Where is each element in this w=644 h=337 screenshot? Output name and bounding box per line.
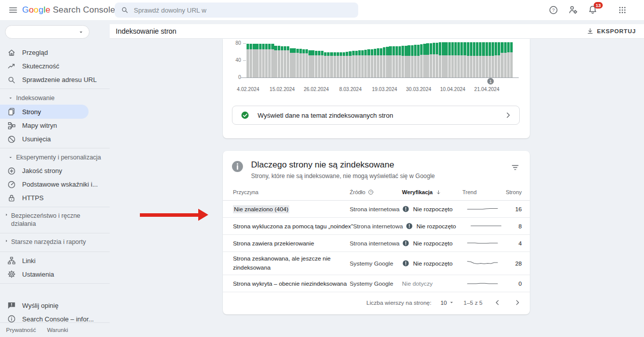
- filter-button[interactable]: [509, 161, 522, 174]
- export-button[interactable]: EKSPORTUJ: [583, 26, 639, 36]
- column-header-strony[interactable]: Strony: [503, 189, 522, 195]
- sidebar-item-strony[interactable]: Strony: [0, 105, 89, 119]
- chart-bar: [486, 39, 488, 77]
- chevron-down-icon: [78, 29, 84, 35]
- chart-bar: [498, 39, 500, 77]
- chart-bar: [507, 39, 510, 77]
- previous-page-button[interactable]: [492, 297, 503, 308]
- y-axis-tick: [243, 60, 246, 61]
- next-page-button[interactable]: [512, 297, 523, 308]
- source-cell: Systemy Google: [350, 280, 402, 287]
- chart-bar: [284, 39, 286, 77]
- chart-bar: [492, 39, 494, 77]
- sidebar-item-podstawowe-wska-niki-i[interactable]: Podstawowe wskaźniki i...: [0, 178, 89, 191]
- chart-bar: [299, 39, 302, 77]
- table-row[interactable]: Nie znaleziono (404)Strona internetowaNi…: [223, 201, 530, 218]
- table-row[interactable]: Strona zawiera przekierowanieStrona inte…: [223, 235, 530, 252]
- column-header-trend[interactable]: Trend: [462, 189, 503, 195]
- banner-text: Wyświetl dane na temat zindeksowanych st…: [258, 112, 504, 119]
- chart-bar: [430, 39, 432, 77]
- rows-per-page-select[interactable]: 10: [440, 300, 454, 306]
- chart-bar: [495, 39, 497, 77]
- help-button[interactable]: ?: [547, 4, 560, 17]
- sidebar-item-wy-lij-opini[interactable]: Wyślij opinię: [0, 299, 89, 312]
- chart-bar: [467, 39, 469, 77]
- chart-bar: [278, 39, 280, 77]
- logo-suffix: Search Console: [53, 5, 115, 15]
- url-inspect-searchbar[interactable]: [115, 3, 358, 18]
- sidebar-item-ustawienia[interactable]: Ustawienia: [0, 268, 89, 281]
- column-label: Strony: [506, 189, 522, 195]
- settings-icon: [7, 270, 16, 279]
- timeline-marker[interactable]: 1: [488, 78, 494, 85]
- links-icon: [7, 256, 16, 265]
- notifications-button[interactable]: 13: [586, 4, 599, 17]
- account-settings-button[interactable]: [567, 4, 580, 17]
- filter-icon: [511, 163, 520, 172]
- sidebar-item-label: Usunięcia: [22, 135, 51, 143]
- pages-count-cell: 0: [503, 280, 522, 287]
- sidebar-divider: [0, 89, 110, 89]
- app-logo: Google Search Console: [22, 5, 115, 15]
- reason-text: Nie znaleziono (404): [233, 205, 289, 213]
- pages-icon: [7, 107, 16, 116]
- chart-bar: [358, 39, 361, 77]
- sidebar-section-bezpiecze-stwo-i-r-czne-dzia-ania[interactable]: Bezpieczeństwo i ręczne działania: [0, 209, 110, 231]
- trend-sparkline: [462, 239, 503, 247]
- terms-link[interactable]: Warunki: [47, 327, 68, 333]
- performance-icon: [7, 62, 16, 71]
- sidebar-section-starsze-narz-dzia-i-raporty[interactable]: Starsze narzędzia i raporty: [0, 235, 110, 249]
- sidebar-section-indeksowanie[interactable]: Indeksowanie: [0, 91, 110, 105]
- chart-bar: [259, 39, 262, 77]
- source-cell: Strona internetowa: [353, 223, 406, 230]
- column-header-weryfikacja[interactable]: Weryfikacja: [402, 189, 462, 196]
- sidebar-item-sprawdzenie-adresu-url[interactable]: Sprawdzenie adresu URL: [0, 73, 89, 87]
- page-title: Indeksowanie stron: [116, 27, 177, 35]
- property-selector[interactable]: [5, 25, 90, 39]
- menu-button[interactable]: [7, 4, 19, 16]
- chart-bar: [423, 39, 426, 77]
- chart-bar: [374, 39, 376, 77]
- chart-bar: [476, 39, 478, 77]
- sidebar-item-mapy-witryn[interactable]: Mapy witryn: [0, 119, 89, 132]
- chart-bar: [346, 39, 348, 77]
- chart-bar: [349, 39, 351, 77]
- chart-bar: [436, 39, 438, 77]
- chart-bar: [296, 39, 299, 77]
- chart-bar: [268, 39, 271, 77]
- column-header-r-d-o[interactable]: Źródło?: [350, 189, 402, 195]
- y-axis-tick: [243, 43, 246, 44]
- search-input[interactable]: [134, 7, 352, 14]
- chart-bar: [470, 39, 472, 77]
- verification-label: Nie dotyczy: [402, 280, 433, 287]
- y-axis-tick-label: 0: [226, 74, 241, 80]
- chart-plot[interactable]: [247, 39, 513, 77]
- chart-bar: [361, 39, 364, 77]
- help-icon[interactable]: ?: [368, 189, 374, 195]
- view-indexed-pages-banner[interactable]: Wyświetl dane na temat zindeksowanych st…: [232, 106, 520, 125]
- notification-badge: 13: [594, 2, 603, 9]
- sidebar-item-przegl-d[interactable]: Przegląd: [0, 46, 89, 59]
- column-header-przyczyna[interactable]: Przyczyna: [233, 189, 350, 195]
- table-row[interactable]: Strona wykluczona za pomocą tagu „noinde…: [223, 218, 530, 235]
- trend-sparkline: [462, 205, 503, 213]
- sidebar-section-eksperymenty-i-personalizacja[interactable]: Eksperymenty i personalizacja: [0, 150, 110, 164]
- privacy-link[interactable]: Prywatność: [6, 327, 36, 333]
- sidebar-item-usuni-cia[interactable]: Usunięcia: [0, 132, 89, 146]
- section-label: Indeksowanie: [16, 95, 54, 102]
- x-axis-tick-label: 4.02.2024: [237, 87, 260, 92]
- chart-bar: [330, 39, 333, 77]
- chart-bar: [383, 39, 385, 77]
- sidebar-item-jako-strony[interactable]: Jakość strony: [0, 164, 89, 178]
- sidebar-item-label: Podstawowe wskaźniki i...: [22, 181, 98, 188]
- sidebar-item-linki[interactable]: Linki: [0, 254, 89, 268]
- table-row[interactable]: Strona zeskanowana, ale jeszcze nie zind…: [223, 252, 530, 275]
- apps-grid-button[interactable]: [616, 4, 629, 17]
- pages-count-cell: 4: [503, 240, 522, 247]
- sidebar-item-https[interactable]: HTTPS: [0, 191, 89, 205]
- sidebar-item-skuteczno[interactable]: Skuteczność: [0, 59, 89, 73]
- chart-bar: [337, 39, 339, 77]
- trend-sparkline: [462, 260, 503, 268]
- chart-bar: [442, 39, 444, 77]
- table-row[interactable]: Strona wykryta – obecnie niezindeksowana…: [223, 275, 530, 292]
